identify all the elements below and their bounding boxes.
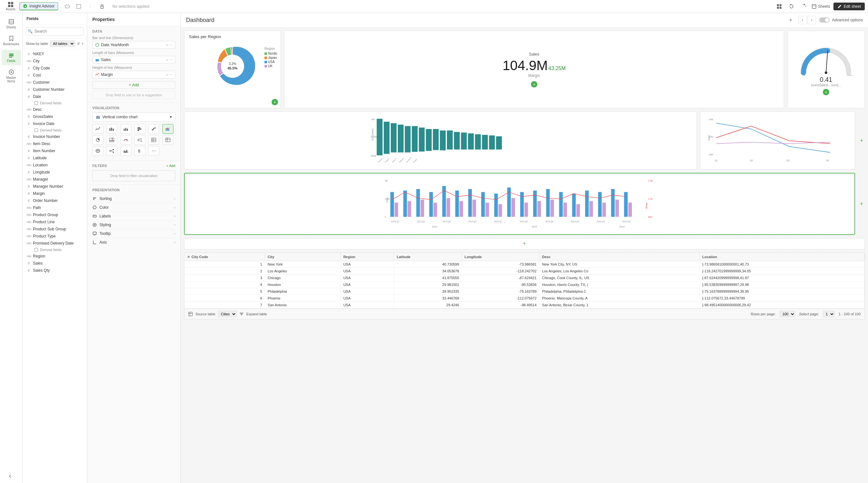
- add-filter-button[interactable]: + Add: [166, 164, 175, 168]
- viz-line-icon[interactable]: [92, 124, 103, 134]
- col-location[interactable]: Location: [700, 253, 864, 261]
- field-item[interactable]: AbcRegion: [23, 253, 87, 260]
- add-measure-button[interactable]: + Add: [92, 81, 175, 89]
- lasso-icon[interactable]: [63, 2, 72, 11]
- pres-labels[interactable]: T Labels ›: [92, 212, 175, 221]
- sheets-button[interactable]: Sheets: [811, 4, 830, 9]
- viz-network-icon[interactable]: [106, 146, 117, 156]
- field-item[interactable]: #Invoice Number: [23, 133, 87, 140]
- field-item[interactable]: AbcProduct Group: [23, 211, 87, 218]
- line-field[interactable]: Margin › ⋯: [92, 71, 175, 79]
- field-item[interactable]: #Date: [23, 93, 87, 100]
- viz-waterfall-icon[interactable]: [120, 146, 131, 156]
- pres-tooltip[interactable]: Tooltip ›: [92, 230, 175, 238]
- add-right-button[interactable]: +: [858, 112, 865, 170]
- field-item[interactable]: #Sales Qty: [23, 267, 87, 274]
- field-item[interactable]: AbcProduct Type: [23, 233, 87, 240]
- dim-field[interactable]: Date.YearMonth › ⋯: [92, 41, 175, 49]
- field-item[interactable]: #Customer Number: [23, 86, 87, 93]
- bars-field[interactable]: Sales › ⋯: [92, 56, 175, 64]
- grid-view-icon[interactable]: [775, 2, 784, 11]
- field-item[interactable]: #Cost: [23, 72, 87, 79]
- pres-color[interactable]: Color ›: [92, 203, 175, 212]
- refresh-icon[interactable]: ↺: [77, 42, 80, 46]
- pres-axis[interactable]: Axis ›: [92, 238, 175, 246]
- field-item[interactable]: AbcProduct Line: [23, 218, 87, 225]
- field-item[interactable]: #Order Number: [23, 197, 87, 204]
- nav-prev-button[interactable]: ‹: [799, 16, 807, 24]
- add-gauge-button[interactable]: +: [823, 89, 829, 95]
- pres-styling[interactable]: Styling ›: [92, 221, 175, 230]
- nav-next-button[interactable]: ›: [808, 16, 816, 24]
- viz-map-icon[interactable]: [92, 146, 103, 156]
- expand-dim-icon[interactable]: ›: [166, 43, 167, 47]
- pres-sorting[interactable]: Sorting ›: [92, 194, 175, 203]
- viz-stacked-icon[interactable]: [120, 124, 131, 134]
- field-item[interactable]: #Invoice Date: [23, 120, 87, 127]
- options-bars-icon[interactable]: ⋯: [169, 58, 173, 62]
- toggle-switch[interactable]: [819, 18, 830, 23]
- col-city-code[interactable]: City Code: [184, 253, 265, 261]
- add-sales-button[interactable]: +: [531, 81, 537, 88]
- field-item[interactable]: #Latitude: [23, 154, 87, 161]
- sidebar-item-master-items[interactable]: Master Items: [2, 66, 21, 86]
- lock-icon[interactable]: [97, 2, 106, 11]
- select-icon[interactable]: [74, 2, 83, 11]
- edit-sheet-button[interactable]: Edit sheet: [833, 3, 865, 10]
- sidebar-item-sheets[interactable]: Sheets: [2, 16, 21, 32]
- field-item[interactable]: AbcPromised Delivery Date: [23, 240, 87, 247]
- viz-more-icon[interactable]: ···: [148, 146, 159, 156]
- sidebar-item-bookmarks[interactable]: Bookmarks: [2, 33, 21, 49]
- add-table-icon[interactable]: +: [82, 42, 84, 46]
- field-item[interactable]: #%KEY: [23, 51, 87, 58]
- field-item[interactable]: AbcPath: [23, 204, 87, 211]
- viz-type-selector[interactable]: Vertical combo chart ▾: [92, 113, 175, 121]
- add-chart-button[interactable]: +: [272, 99, 278, 105]
- derived-fields-item[interactable]: Derived fields: [23, 127, 87, 133]
- search-input[interactable]: [26, 27, 84, 35]
- field-item[interactable]: #GrossSales: [23, 113, 87, 120]
- derived-fields-item[interactable]: Derived fields: [23, 100, 87, 106]
- field-item[interactable]: AbcCity: [23, 58, 87, 65]
- sidebar-item-fields[interactable]: Fields: [2, 50, 21, 65]
- undo-icon[interactable]: [787, 2, 796, 11]
- assets-button[interactable]: Assets: [3, 0, 18, 12]
- insight-advisor-button[interactable]: ✦ Insight Advisor: [20, 2, 58, 10]
- sidebar-collapse[interactable]: [9, 474, 14, 480]
- col-longitude[interactable]: Longitude: [462, 253, 539, 261]
- field-item[interactable]: #Manager Number: [23, 183, 87, 190]
- table-select[interactable]: All tables: [50, 40, 74, 47]
- expand-line-icon[interactable]: ›: [166, 73, 167, 77]
- rows-per-page-select[interactable]: 100: [779, 311, 795, 317]
- field-item[interactable]: #Margin: [23, 190, 87, 197]
- col-city[interactable]: City: [265, 253, 340, 261]
- redo-icon[interactable]: [799, 2, 808, 11]
- viz-treemap-icon[interactable]: [106, 135, 117, 145]
- field-item[interactable]: #Longitude: [23, 169, 87, 176]
- viz-pie-icon[interactable]: [92, 135, 103, 145]
- options-line-icon[interactable]: ⋯: [169, 73, 173, 77]
- viz-kpi-icon[interactable]: #1: [134, 135, 145, 145]
- field-item[interactable]: AbcLocation: [23, 161, 87, 169]
- field-item[interactable]: AbcItem Desc: [23, 140, 87, 147]
- field-item[interactable]: AbcProduct Sub Group: [23, 225, 87, 233]
- field-item[interactable]: #Item Number: [23, 147, 87, 154]
- viz-pivot-icon[interactable]: [162, 135, 174, 145]
- col-region[interactable]: Region: [341, 253, 394, 261]
- field-item[interactable]: AbcDesc: [23, 106, 87, 113]
- field-item[interactable]: #Sales: [23, 260, 87, 267]
- viz-box-icon[interactable]: [134, 146, 145, 156]
- viz-gauge-icon[interactable]: [120, 135, 131, 145]
- add-sheet-icon[interactable]: +: [786, 16, 795, 25]
- viz-bar-icon[interactable]: [106, 124, 117, 134]
- page-select[interactable]: 1: [823, 311, 835, 317]
- add-row-button[interactable]: +: [184, 238, 865, 249]
- col-desc[interactable]: Desc: [539, 253, 700, 261]
- add-right-button-2[interactable]: +: [858, 173, 865, 235]
- derived-fields-item[interactable]: Derived fields: [23, 247, 87, 253]
- expand-bars-icon[interactable]: ›: [166, 58, 167, 62]
- field-item[interactable]: #City Code: [23, 65, 87, 72]
- viz-scatter-icon[interactable]: [148, 124, 159, 134]
- col-latitude[interactable]: Latitude: [394, 253, 462, 261]
- options-dim-icon[interactable]: ⋯: [169, 43, 173, 47]
